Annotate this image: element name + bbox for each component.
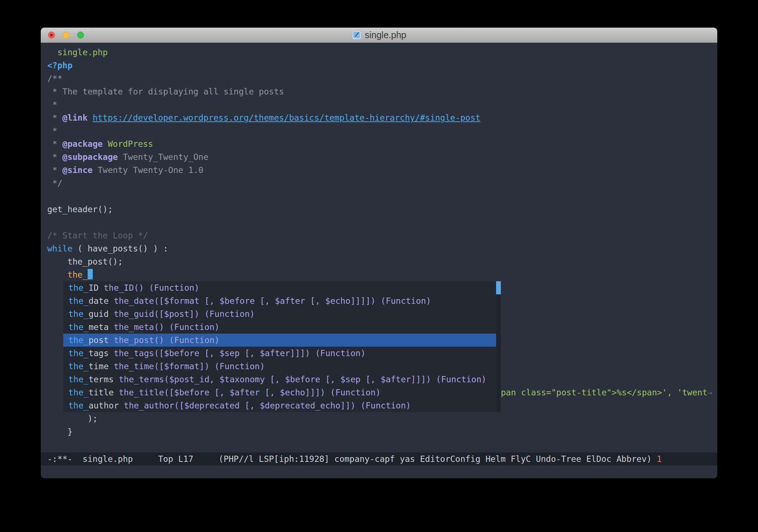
buffer-line[interactable]: * @since Twenty Twenty-One 1.0 (47, 164, 717, 177)
desktop: single.php single.php<?php/** * The temp… (0, 0, 758, 532)
buffer-line[interactable]: * @link https://developer.wordpress.org/… (47, 111, 717, 124)
completion-item[interactable]: the_author the_author([$deprecated [, $d… (63, 399, 496, 412)
buffer-line[interactable]: /** (47, 72, 717, 85)
completion-candidate: terms (88, 375, 113, 384)
completion-candidate: guid (88, 309, 108, 319)
completion-candidate: tags (88, 348, 108, 358)
completion-match: the_ (68, 401, 88, 410)
completion-candidate: date (88, 296, 108, 306)
buffer-line[interactable]: * (47, 124, 717, 137)
zoom-button[interactable] (77, 32, 84, 39)
completion-candidate: title (88, 388, 113, 397)
completion-annotation: the_title([$before [, $after [, $echo]]]… (114, 388, 381, 397)
completion-match: the_ (68, 309, 88, 319)
buffer-line[interactable]: * @subpackage Twenty_Twenty_One (47, 150, 717, 164)
completion-match: the_ (68, 375, 88, 384)
completion-item[interactable]: the_time the_time([$format]) (Function) (63, 360, 496, 373)
completion-annotation: the_ID() (Function) (99, 283, 199, 293)
completion-match: the_ (68, 335, 88, 345)
occluded-code-line: pan class="post-title">%s</span>', 'twen… (501, 386, 713, 399)
completion-item[interactable]: the_date the_date([$format [, $before [,… (63, 294, 496, 307)
buffer-line[interactable]: */ (47, 177, 717, 190)
buffer-line[interactable]: get_header(); (47, 203, 717, 216)
buffer-line[interactable]: the_post(); (47, 255, 717, 268)
completion-candidate: author (88, 401, 119, 410)
buffer-line[interactable]: } (47, 425, 72, 438)
buffer-line[interactable] (47, 190, 717, 203)
completion-item[interactable]: the_meta the_meta() (Function) (63, 321, 496, 334)
text-cursor (88, 269, 93, 279)
completion-item[interactable]: the_post the_post() (Function) (63, 334, 496, 347)
buffer-line[interactable]: ); (47, 412, 97, 425)
buffer-line[interactable]: /* Start the Loop */ (47, 229, 717, 242)
completion-popup: the_ID the_ID() (Function)the_date the_d… (63, 281, 501, 412)
window-titlebar[interactable]: single.php (41, 28, 717, 43)
buffer-line[interactable]: * @package WordPress (47, 137, 717, 150)
buffer-line[interactable]: <?php (47, 59, 717, 72)
completion-annotation: the_time([$format]) (Function) (109, 362, 265, 371)
emacs-window: single.php single.php<?php/** * The temp… (41, 28, 717, 478)
unsaved-dot-icon (50, 34, 53, 36)
completion-match: the_ (68, 296, 88, 306)
window-title: single.php (365, 30, 406, 40)
buffer-line[interactable] (47, 216, 717, 229)
completion-candidate: time (88, 362, 108, 371)
completion-match: the_ (68, 283, 88, 293)
close-button[interactable] (48, 32, 55, 39)
completion-match: the_ (68, 322, 88, 332)
completion-match: the_ (68, 348, 88, 358)
buffer-line[interactable]: while ( have_posts() ) : (47, 242, 717, 255)
buffer-line[interactable]: * (47, 98, 717, 111)
buffer-line[interactable]: single.php (47, 46, 717, 59)
modeline: -:**- single.php Top L17 (PHP//l LSP[iph… (41, 452, 717, 466)
completion-annotation: the_post() (Function) (109, 335, 220, 345)
completion-match: the_ (68, 388, 88, 397)
completion-item[interactable]: the_ID the_ID() (Function) (63, 281, 496, 294)
completion-item[interactable]: the_guid the_guid([$post]) (Function) (63, 307, 496, 321)
completion-candidate: ID (88, 283, 99, 293)
echo-area[interactable] (41, 466, 717, 478)
buffer-line[interactable]: the_ (47, 268, 717, 281)
minimize-button[interactable] (63, 32, 69, 39)
completion-annotation: the_date([$format [, $before [, $after [… (109, 296, 431, 306)
completion-annotation: the_author([$deprecated [, $deprecated_e… (119, 401, 411, 410)
completion-item[interactable]: the_terms the_terms($post_id, $taxonomy … (63, 373, 496, 386)
completion-annotation: the_meta() (Function) (109, 322, 220, 332)
completion-annotation: the_tags([$before [, $sep [, $after]]]) … (109, 348, 366, 358)
buffer-line[interactable]: * The template for displaying all single… (47, 85, 717, 98)
completion-candidate: post (88, 335, 108, 345)
completion-candidate: meta (88, 322, 108, 332)
completion-match: the_ (68, 362, 88, 371)
document-icon[interactable] (352, 30, 362, 40)
completion-annotation: the_guid([$post]) (Function) (109, 309, 255, 319)
completion-item[interactable]: the_tags the_tags([$before [, $sep [, $a… (63, 347, 496, 360)
completion-scrollbar[interactable] (496, 281, 501, 412)
title-group: single.php (352, 30, 406, 40)
window-controls (48, 28, 84, 43)
completion-item[interactable]: the_title the_title([$before [, $after [… (63, 386, 496, 399)
completion-annotation: the_terms($post_id, $taxonomy [, $before… (114, 375, 487, 384)
scrollbar-thumb[interactable] (496, 281, 501, 294)
